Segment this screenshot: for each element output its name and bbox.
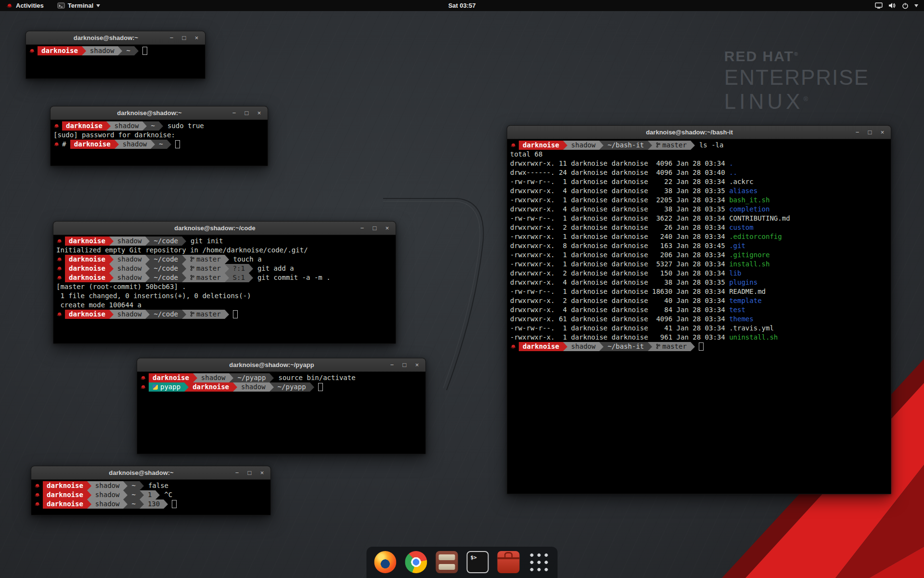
powerline-separator-icon <box>182 310 186 319</box>
powerline-separator-icon <box>229 373 233 382</box>
window-title: darknoise@shadow:~ <box>51 469 232 476</box>
window-titlebar[interactable]: darknoise@shadow:~/code−□× <box>53 222 396 235</box>
terminal-icon[interactable]: $> <box>467 551 489 573</box>
terminal-window-home-exit[interactable]: darknoise@shadow:~−□×darknoiseshadow~fal… <box>31 466 271 515</box>
clock[interactable]: Sat 03:57 <box>448 2 475 9</box>
window-titlebar[interactable]: darknoise@shadow:~−□× <box>31 466 270 480</box>
prompt-segment-host: shadow <box>567 342 600 351</box>
close-button[interactable]: × <box>384 222 390 235</box>
output-line: [sudo] password for darknoise: <box>53 131 268 140</box>
command-text: git init <box>186 237 223 245</box>
powerline-separator-icon <box>123 481 128 490</box>
output-line: drwxrwxr-x. 4 darknoise darknoise 38 Jan… <box>510 278 891 287</box>
prompt-segment-host: shadow <box>237 382 270 392</box>
terminal-window-home-sudo[interactable]: darknoise@shadow:~−□×darknoiseshadow~sud… <box>50 106 268 166</box>
maximize-button[interactable]: □ <box>181 31 187 44</box>
chrome-icon[interactable] <box>405 551 427 573</box>
terminal-content[interactable]: darknoiseshadow~falsedarknoiseshadow~1^C… <box>31 480 270 515</box>
close-button[interactable]: × <box>259 466 265 479</box>
output-text: drwxrwxr-x. 4 darknoise darknoise 84 Jan… <box>510 306 729 314</box>
output-line: -rw-rw-r--. 1 darknoise darknoise 18630 … <box>510 287 891 296</box>
minimize-button[interactable]: − <box>168 31 175 44</box>
window-titlebar[interactable]: darknoise@shadow:~/pyapp−□× <box>137 358 425 372</box>
window-controls: −□× <box>234 466 270 479</box>
redhat-prompt-icon <box>56 264 63 273</box>
output-line: -rwxrwxr-x. 1 darknoise darknoise 5327 J… <box>510 260 891 269</box>
output-text: lib <box>729 269 741 277</box>
powerline-separator-icon <box>310 382 314 392</box>
prompt-line: darknoiseshadow~/bash-itmasterls -la <box>510 141 891 150</box>
terminal-content[interactable]: darknoiseshadow~/codegit initInitialized… <box>53 235 396 343</box>
minimize-button[interactable]: − <box>854 126 860 139</box>
output-line: -rwxrwxr-x. 1 darknoise darknoise 240 Ja… <box>510 232 891 241</box>
window-titlebar[interactable]: darknoise@shadow:~−□× <box>26 31 205 45</box>
powerline-separator-icon <box>193 373 197 382</box>
prompt-segment-user: darknoise <box>65 273 109 282</box>
powerline-separator-icon <box>123 499 128 509</box>
app-grid-icon[interactable] <box>528 552 550 573</box>
prompt-segment-user: darknoise <box>43 499 87 509</box>
output-text: -rw-rw-r--. 1 darknoise darknoise 41 Jan… <box>510 324 729 332</box>
terminal-cursor <box>233 310 238 318</box>
powerline-separator-icon <box>145 310 150 319</box>
prompt-line: darknoiseshadow~130 <box>34 499 270 509</box>
powerline-separator-icon <box>159 121 163 131</box>
terminal-content[interactable]: darknoiseshadow~/bash-itmasterls -latota… <box>507 139 891 494</box>
terminal-window-code[interactable]: darknoise@shadow:~/code−□×darknoiseshado… <box>53 221 396 344</box>
output-text: template <box>729 297 761 304</box>
system-status-area[interactable] <box>875 2 920 9</box>
terminal-window-bash-it[interactable]: darknoise@shadow:~/bash-it−□×darknoisesh… <box>507 125 891 494</box>
powerline-separator-icon <box>134 46 139 55</box>
volume-icon <box>888 2 896 9</box>
maximize-button[interactable]: □ <box>244 106 250 119</box>
prompt-segment-user: darknoise <box>149 373 193 382</box>
close-button[interactable]: × <box>879 126 886 139</box>
output-text: total 68 <box>510 150 542 158</box>
prompt-segment-user: darknoise <box>519 342 563 351</box>
output-text: .git <box>729 242 745 250</box>
window-controls: −□× <box>168 31 205 44</box>
terminal-content[interactable]: darknoiseshadow~sudo true[sudo] password… <box>51 120 268 166</box>
maximize-button[interactable]: □ <box>867 126 873 139</box>
root-indicator: # <box>62 140 70 148</box>
firefox-icon[interactable] <box>374 551 397 573</box>
window-titlebar[interactable]: darknoise@shadow:~−□× <box>51 106 268 120</box>
minimize-button[interactable]: − <box>234 466 240 479</box>
terminal-content[interactable]: darknoiseshadow~/pyappsource bin/activat… <box>137 372 425 454</box>
terminal-content[interactable]: darknoiseshadow~ <box>26 45 205 79</box>
prompt-line: darknoiseshadow~false <box>34 481 270 490</box>
powerline-separator-icon <box>151 140 155 149</box>
close-button[interactable]: × <box>256 106 262 119</box>
prompt-segment-path: ~ <box>122 46 134 55</box>
powerline-separator-icon <box>225 255 229 264</box>
prompt-segment-git: master <box>652 141 691 150</box>
activities-button[interactable]: Activities <box>4 0 46 11</box>
window-titlebar[interactable]: darknoise@shadow:~/bash-it−□× <box>507 126 891 139</box>
powerline-separator-icon <box>145 264 150 273</box>
maximize-button[interactable]: □ <box>246 466 253 479</box>
maximize-button[interactable]: □ <box>372 222 378 235</box>
close-button[interactable]: × <box>414 358 420 371</box>
prompt-segment-user: darknoise <box>519 141 563 150</box>
toolbox-icon[interactable] <box>498 551 520 573</box>
window-title: darknoise@shadow:~ <box>70 109 229 117</box>
minimize-button[interactable]: − <box>231 106 237 119</box>
terminal-window-home-1[interactable]: darknoise@shadow:~−□×darknoiseshadow~ <box>26 31 205 79</box>
output-line: drwxrwxr-x. 2 darknoise darknoise 150 Ja… <box>510 269 891 278</box>
close-button[interactable]: × <box>193 31 200 44</box>
output-text: .travis.yml <box>729 324 774 332</box>
command-text: ^C <box>160 491 172 499</box>
prompt-line: darknoiseshadow~sudo true <box>53 121 268 131</box>
prompt-line: darknoiseshadow~/bash-itmaster <box>510 342 891 351</box>
files-icon[interactable] <box>436 551 458 573</box>
minimize-button[interactable]: − <box>359 222 365 235</box>
app-menu-button[interactable]: Terminal <box>55 0 102 11</box>
prompt-segment-git: master <box>186 264 225 273</box>
prompt-line: darknoiseshadow~/codemaster?:1git add a <box>56 264 396 273</box>
prompt-segment-host: shadow <box>197 373 230 382</box>
terminal-window-pyapp[interactable]: darknoise@shadow:~/pyapp−□×darknoiseshad… <box>137 358 426 454</box>
minimize-button[interactable]: − <box>389 358 395 371</box>
maximize-button[interactable]: □ <box>401 358 408 371</box>
prompt-segment-user: darknoise <box>70 140 115 149</box>
output-text: drwxrwxr-x. 4 darknoise darknoise 38 Jan… <box>510 205 729 213</box>
